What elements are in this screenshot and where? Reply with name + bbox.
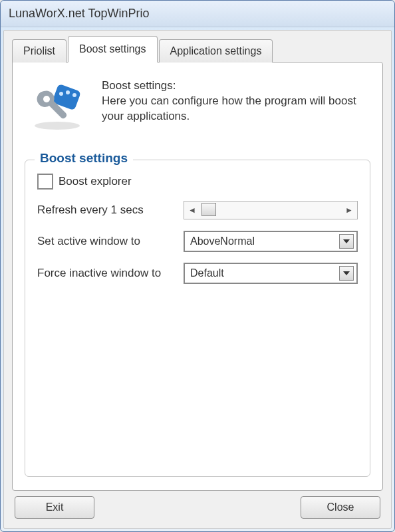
tab-label: Priolist — [23, 45, 55, 57]
client-area: Priolist Boost settings Application sett… — [3, 30, 392, 529]
svg-point-2 — [66, 90, 70, 94]
inactive-window-label: Force inactive window to — [37, 267, 184, 280]
tab-application-settings[interactable]: Application settings — [159, 39, 273, 63]
chevron-down-icon[interactable] — [339, 234, 354, 249]
slider-left-arrow-icon[interactable]: ◄ — [184, 201, 200, 219]
inactive-window-row: Force inactive window to Default — [37, 263, 358, 284]
tab-label: Application settings — [170, 45, 262, 57]
intro-body: Here you can configure how the program w… — [102, 94, 370, 124]
inactive-window-value: Default — [190, 267, 339, 279]
tab-content: Boost settings: Here you can configure h… — [12, 62, 383, 491]
inactive-window-combo[interactable]: Default — [184, 263, 358, 284]
window-title: LunaWorX.net TopWinPrio — [9, 7, 149, 21]
refresh-slider[interactable]: ◄ ► — [184, 201, 358, 219]
active-window-label: Set active window to — [37, 235, 184, 248]
tab-label: Boost settings — [79, 43, 146, 55]
refresh-row: Refresh every 1 secs ◄ ► — [37, 200, 358, 220]
intro-heading: Boost settings: — [102, 78, 370, 94]
titlebar[interactable]: LunaWorX.net TopWinPrio — [1, 1, 394, 27]
button-bar: Exit Close — [12, 491, 383, 521]
active-window-combo[interactable]: AboveNormal — [184, 231, 358, 252]
svg-point-1 — [59, 92, 63, 96]
slider-right-arrow-icon[interactable]: ► — [341, 201, 357, 219]
group-title: Boost settings — [35, 151, 133, 166]
refresh-label: Refresh every 1 secs — [37, 203, 184, 217]
boost-explorer-row: Boost explorer — [37, 174, 358, 190]
tab-strip: Priolist Boost settings Application sett… — [12, 39, 383, 63]
tab-boost-settings[interactable]: Boost settings — [68, 36, 158, 63]
chevron-down-icon[interactable] — [339, 266, 354, 281]
intro-section: Boost settings: Here you can configure h… — [25, 76, 370, 136]
main-window: LunaWorX.net TopWinPrio Priolist Boost s… — [0, 0, 395, 532]
close-button[interactable]: Close — [301, 496, 380, 519]
boost-explorer-checkbox[interactable] — [37, 174, 53, 190]
intro-text: Boost settings: Here you can configure h… — [102, 76, 370, 136]
boost-explorer-label: Boost explorer — [59, 175, 132, 188]
slider-track[interactable] — [200, 201, 341, 219]
slider-thumb[interactable] — [201, 203, 216, 216]
svg-point-5 — [35, 122, 80, 130]
active-window-value: AboveNormal — [190, 235, 339, 247]
wrench-device-icon — [25, 76, 91, 136]
close-button-label: Close — [327, 501, 354, 513]
exit-button[interactable]: Exit — [15, 496, 94, 519]
active-window-row: Set active window to AboveNormal — [37, 231, 358, 252]
boost-settings-group: Boost settings Boost explorer Refresh ev… — [25, 160, 370, 477]
tab-priolist[interactable]: Priolist — [12, 39, 66, 63]
svg-point-3 — [72, 93, 76, 97]
exit-button-label: Exit — [46, 501, 64, 513]
svg-point-4 — [43, 96, 50, 102]
